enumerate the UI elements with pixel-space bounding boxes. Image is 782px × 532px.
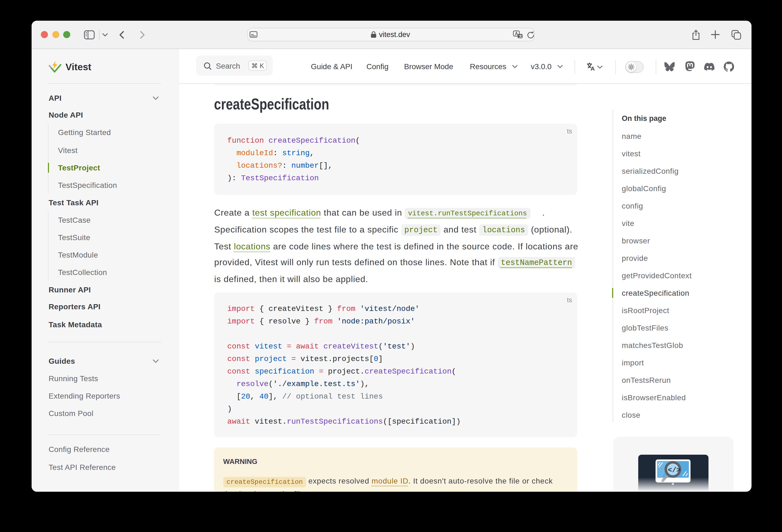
- svg-text:</>: </>: [668, 466, 680, 474]
- svg-text:A: A: [591, 65, 595, 71]
- svg-text:文: 文: [519, 34, 522, 38]
- svg-text:A: A: [515, 31, 518, 36]
